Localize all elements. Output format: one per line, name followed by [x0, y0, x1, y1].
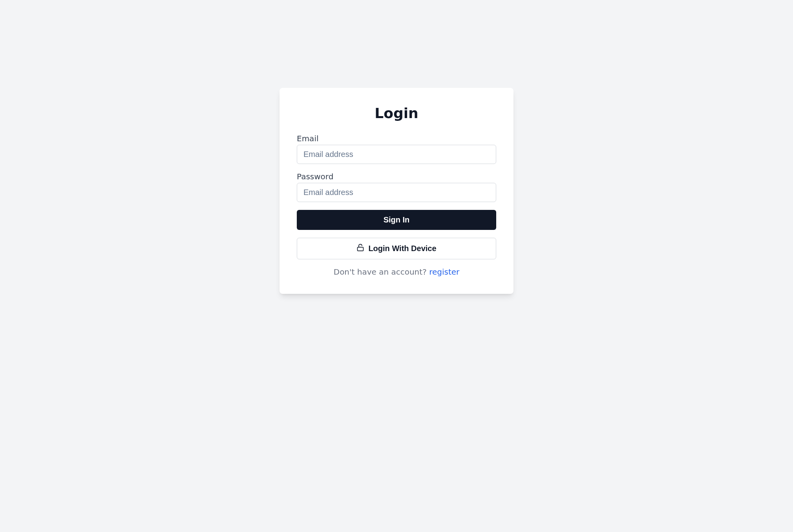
unlock-icon [356, 244, 364, 253]
register-prompt: Don't have an account? register [297, 267, 496, 277]
email-input[interactable] [297, 145, 496, 164]
password-input[interactable] [297, 183, 496, 202]
login-with-device-button[interactable]: Login With Device [297, 238, 496, 259]
login-card: Login Email Password Sign In Login With … [280, 88, 513, 294]
login-with-device-label: Login With Device [368, 244, 436, 253]
email-field-group: Email [297, 134, 496, 164]
register-prompt-text: Don't have an account? [334, 267, 429, 277]
register-link[interactable]: register [429, 267, 459, 277]
email-label: Email [297, 134, 496, 143]
sign-in-button[interactable]: Sign In [297, 210, 496, 230]
svg-rect-0 [358, 247, 364, 251]
password-field-group: Password [297, 172, 496, 202]
password-label: Password [297, 172, 496, 181]
page-title: Login [297, 105, 496, 121]
